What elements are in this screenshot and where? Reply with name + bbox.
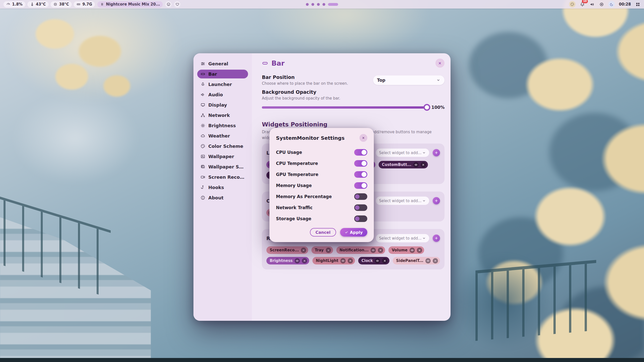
sidebar-item-screen-recorder[interactable]: Screen Recorder <box>197 173 248 182</box>
remove-widget-icon[interactable] <box>301 248 306 253</box>
setting-row: CPU Usage <box>276 147 367 158</box>
favorites-button[interactable] <box>174 1 180 8</box>
add-widget-button[interactable] <box>433 197 440 204</box>
workspace-dot[interactable] <box>323 3 325 6</box>
widgets-positioning-title: Widgets Positioning <box>262 121 445 128</box>
sidebar-item-label: Wallpaper <box>208 154 234 159</box>
sidebar-item-wallpaper[interactable]: Wallpaper <box>197 152 248 161</box>
opacity-slider[interactable] <box>262 106 427 109</box>
add-widget-button[interactable] <box>433 149 440 156</box>
widget-chip-clock[interactable]: Clock <box>358 257 389 264</box>
remove-widget-icon[interactable] <box>421 162 426 167</box>
toggle-memory-as-percentage[interactable] <box>354 193 367 200</box>
sidebar-item-wallpaper-selector[interactable]: Wallpaper Selector <box>197 162 248 171</box>
toggle-gpu-temperature[interactable] <box>354 171 367 178</box>
remove-widget-icon[interactable] <box>382 258 387 263</box>
widget-chip-label: NightLight <box>316 258 338 263</box>
apply-button[interactable]: Apply <box>340 228 367 237</box>
setting-label: Memory As Percentage <box>276 194 332 199</box>
window-close-button[interactable] <box>435 59 445 68</box>
sidebar-item-bar[interactable]: Bar <box>197 70 248 78</box>
sidebar-item-label: Hooks <box>208 185 224 190</box>
visibility-toggle-icon[interactable] <box>413 162 419 167</box>
opacity-slider-fill <box>262 106 427 109</box>
visibility-toggle-icon[interactable] <box>375 258 380 263</box>
app-launcher-button[interactable] <box>635 2 640 7</box>
add-widget-button[interactable] <box>433 235 440 242</box>
sidebar-item-about[interactable]: About <box>197 193 248 202</box>
opacity-slider-knob[interactable] <box>423 104 430 111</box>
workspace-dot[interactable] <box>306 3 309 6</box>
sidebar-item-color-scheme[interactable]: Color Scheme <box>197 142 248 151</box>
visibility-toggle-icon[interactable] <box>340 258 346 263</box>
color-picker-button[interactable] <box>569 1 576 8</box>
pause-icon <box>100 2 104 6</box>
sidebar-item-launcher[interactable]: Launcher <box>197 80 248 89</box>
remove-widget-icon[interactable] <box>417 248 422 253</box>
remove-widget-icon[interactable] <box>378 248 383 253</box>
visibility-toggle-icon[interactable] <box>410 248 415 253</box>
visibility-toggle-icon[interactable] <box>371 248 376 253</box>
stat-value: 1.8% <box>12 2 23 7</box>
caret-down-icon <box>436 78 440 82</box>
notifications-button[interactable]: 10 <box>580 2 585 7</box>
sidebar-item-weather[interactable]: Weather <box>197 131 248 140</box>
workspace-active-pill[interactable] <box>328 3 338 6</box>
close-icon <box>362 136 365 140</box>
widget-chip-brightness[interactable]: Brightness <box>266 257 309 264</box>
system-stat-chip[interactable]: 43°C <box>27 1 49 8</box>
setting-row: Memory Usage <box>276 180 367 191</box>
widget-chip-label: Volume <box>392 248 408 252</box>
cancel-button[interactable]: Cancel <box>310 228 336 237</box>
stat-value: 9.7G <box>82 2 92 7</box>
moon-icon <box>610 3 614 6</box>
sidebar-item-label: Wallpaper Selector <box>208 164 245 169</box>
widget-chip-nightlight[interactable]: NightLight <box>312 257 355 264</box>
system-stat-chip[interactable]: 1.8% <box>4 1 25 8</box>
system-stat-chip[interactable]: 9.7G <box>74 1 95 8</box>
record-button[interactable] <box>599 2 604 7</box>
widget-chip-screenreco[interactable]: ScreenReco... <box>266 246 308 254</box>
system-stat-chip[interactable]: 38°C <box>51 1 72 8</box>
toggle-cpu-temperature[interactable] <box>354 160 367 167</box>
remove-widget-icon[interactable] <box>433 258 438 263</box>
sidebar-item-label: Brightness <box>208 123 236 128</box>
widget-chip-volume[interactable]: Volume <box>388 246 424 254</box>
remove-widget-icon[interactable] <box>348 258 353 263</box>
widget-chip-custombutt[interactable]: CustomButt... <box>379 161 428 168</box>
clock[interactable]: 00:28 <box>619 2 631 7</box>
add-widget-select[interactable]: Select widget to add... <box>376 234 429 242</box>
setting-row: CPU Temperature <box>276 158 367 169</box>
visibility-toggle-icon[interactable] <box>425 258 431 263</box>
widget-chip-notification[interactable]: Notification... <box>336 246 385 254</box>
remove-widget-icon[interactable] <box>302 258 307 263</box>
sidebar-item-audio[interactable]: Audio <box>197 90 248 99</box>
sidebar-item-display[interactable]: Display <box>197 101 248 109</box>
toggle-cpu-usage[interactable] <box>354 149 367 156</box>
bar-position-dropdown[interactable]: Top <box>373 75 445 85</box>
widget-chip-tray[interactable]: Tray <box>311 246 333 254</box>
sidebar-item-brightness[interactable]: Brightness <box>197 121 248 130</box>
sidebar-item-network[interactable]: Network <box>197 111 248 120</box>
media-player-widget[interactable]: Nightcore Music Mix 20... <box>97 1 163 8</box>
widget-chip-sidepanelt[interactable]: SidePanelT... <box>393 257 440 264</box>
sidebar-item-general[interactable]: General <box>197 59 248 68</box>
workspace-dot[interactable] <box>311 3 314 6</box>
remove-widget-icon[interactable] <box>326 248 331 253</box>
volume-button[interactable] <box>589 2 595 7</box>
emoji-button[interactable] <box>165 1 172 8</box>
add-widget-select[interactable]: Select widget to add... <box>376 149 429 157</box>
modal-close-button[interactable] <box>359 134 367 142</box>
setting-row: Network Traffic <box>276 202 367 213</box>
toggle-memory-usage[interactable] <box>354 182 367 189</box>
visibility-toggle-icon[interactable] <box>295 258 300 263</box>
add-widget-select[interactable]: Select widget to add... <box>376 197 429 205</box>
toggle-storage-usage[interactable] <box>354 215 367 222</box>
rocket-icon <box>200 82 205 87</box>
workspace-dot[interactable] <box>317 3 320 6</box>
palette-icon <box>200 144 205 149</box>
night-light-button[interactable] <box>608 1 615 8</box>
brightness-icon <box>200 123 205 128</box>
toggle-network-traffic[interactable] <box>354 204 367 211</box>
sidebar-item-hooks[interactable]: Hooks <box>197 183 248 192</box>
